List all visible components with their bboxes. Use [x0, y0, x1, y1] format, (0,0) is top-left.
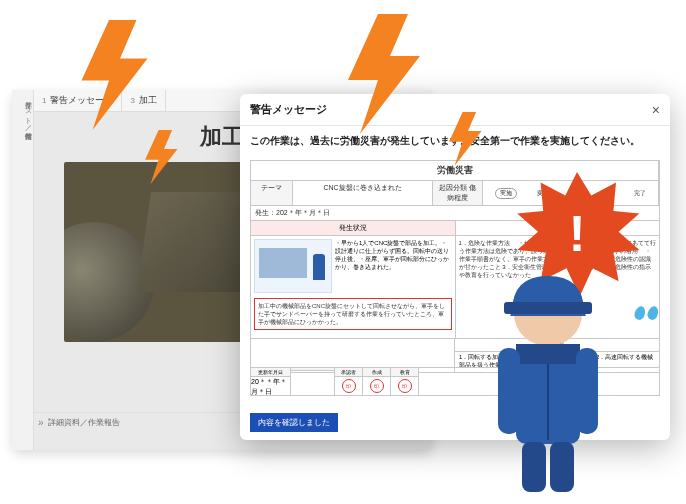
svg-marker-2 [145, 130, 177, 184]
chevron-icon: » [38, 417, 44, 428]
svg-marker-1 [348, 14, 420, 134]
svg-rect-12 [550, 442, 574, 492]
sig-label: 更新年月日 [251, 368, 290, 377]
class-label: 起因分類 傷病程度 [433, 181, 483, 205]
situation-column: 発生状況 ・早から1人でCNC旋盤で部品を加工。・設計通りに仕上がらず困る。回転… [251, 221, 456, 338]
bg-sidebar: 作業リスト／作業情報 [12, 90, 34, 450]
close-icon[interactable]: × [652, 103, 660, 117]
sig-label: 承認者 [335, 368, 362, 377]
modal-title: 警告メッセージ [250, 102, 327, 117]
sig-date: 20＊＊年＊月＊日 [251, 377, 290, 397]
lightning-icon [320, 14, 460, 134]
sig-label: 教育 [391, 368, 418, 377]
theme-label: テーマ [251, 181, 293, 205]
svg-rect-6 [504, 302, 592, 314]
sig-label: 作成 [363, 368, 390, 377]
stamp-icon: 印 [370, 379, 384, 393]
stamp-icon: 印 [398, 379, 412, 393]
bg-bottom-label: 詳細資料／作業報告 [48, 417, 120, 428]
sweat-icon [632, 306, 658, 324]
svg-rect-8 [516, 344, 580, 364]
situation-text: ・早から1人でCNC旋盤で部品を加工。・設計通りに仕上がらず困る。回転中の送り停… [335, 239, 452, 293]
confirm-button[interactable]: 内容を確認しました [250, 413, 338, 432]
svg-rect-9 [498, 348, 520, 434]
situation-highlight-box: 加工中の機械部品をCNC旋盤にセットして回転させながら、軍手をした手でサンドペー… [254, 298, 452, 330]
lightning-icon [60, 20, 180, 130]
svg-marker-3 [449, 112, 481, 166]
stamp-icon: 印 [342, 379, 356, 393]
svg-rect-11 [522, 442, 546, 492]
svg-marker-0 [82, 20, 148, 130]
theme-value: CNC旋盤に巻き込まれた [293, 181, 433, 205]
situation-header: 発生状況 [251, 221, 455, 236]
lightning-icon [440, 112, 496, 166]
tab-number: 1 [42, 96, 46, 105]
lightning-icon [136, 130, 192, 184]
situation-illustration [254, 239, 332, 293]
worker-illustration [468, 252, 628, 492]
svg-rect-10 [576, 348, 598, 434]
